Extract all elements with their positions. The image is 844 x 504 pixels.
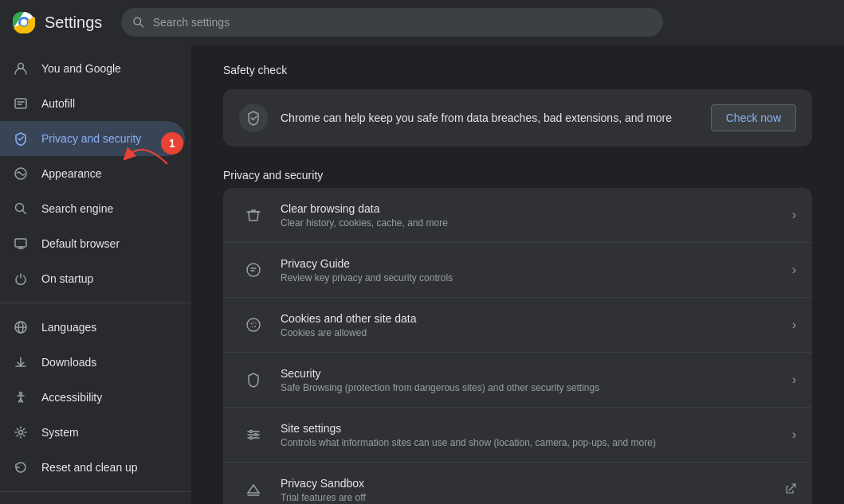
settings-list: Clear browsing data Clear history, cooki… — [223, 188, 812, 504]
svg-point-24 — [250, 437, 253, 440]
svg-rect-9 — [15, 239, 26, 247]
sidebar-item-accessibility[interactable]: Accessibility — [0, 380, 185, 415]
privacy-sandbox-text: Privacy Sandbox Trial features are off — [281, 477, 772, 503]
search-engine-icon — [13, 201, 29, 217]
svg-point-23 — [255, 434, 257, 436]
security-shield-icon — [239, 365, 268, 394]
search-bar[interactable] — [121, 8, 663, 37]
site-settings-subtitle: Controls what information sites can use … — [281, 437, 779, 448]
clear-browsing-data-text: Clear browsing data Clear history, cooki… — [281, 202, 779, 229]
chrome-logo-icon — [13, 11, 35, 33]
cookies-title: Cookies and other site data — [281, 312, 779, 325]
settings-item-site-settings[interactable]: Site settings Controls what information … — [223, 408, 812, 463]
sidebar-item-appearance[interactable]: Appearance — [0, 156, 185, 191]
privacy-guide-subtitle: Review key privacy and security controls — [281, 272, 779, 283]
sidebar-item-privacy-and-security[interactable]: Privacy and security — [0, 121, 185, 156]
settings-item-privacy-guide[interactable]: Privacy Guide Review key privacy and sec… — [223, 243, 812, 298]
chevron-right-icon-4: › — [792, 373, 796, 387]
privacy-section-title: Privacy and security — [223, 169, 812, 182]
svg-point-19 — [253, 322, 254, 323]
sidebar-label-default-browser: Default browser — [41, 237, 172, 250]
accessibility-icon — [13, 389, 29, 405]
sidebar-item-extensions[interactable]: Extensions — [0, 498, 185, 504]
sidebar-item-default-browser[interactable]: Default browser — [0, 226, 185, 261]
settings-item-privacy-sandbox[interactable]: Privacy Sandbox Trial features are off — [223, 463, 812, 504]
svg-point-12 — [20, 393, 22, 395]
sidebar-label-search-engine: Search engine — [41, 202, 172, 215]
svg-point-17 — [251, 323, 253, 325]
cookie-icon — [239, 311, 268, 339]
sidebar-item-downloads[interactable]: Downloads — [0, 345, 185, 380]
site-settings-text: Site settings Controls what information … — [281, 422, 779, 448]
sidebar-label-privacy-security: Privacy and security — [41, 132, 172, 145]
check-now-button[interactable]: Check now — [711, 104, 796, 131]
privacy-sandbox-title: Privacy Sandbox — [281, 477, 772, 490]
power-icon — [13, 271, 29, 287]
sidebar-divider — [0, 303, 191, 303]
sidebar: 1 You and Google Autofill — [0, 45, 191, 504]
svg-point-13 — [19, 431, 23, 435]
settings-item-security[interactable]: Security Safe Browsing (protection from … — [223, 353, 812, 408]
person-icon — [13, 61, 29, 76]
sandbox-icon — [239, 475, 268, 504]
trash-icon — [239, 201, 268, 229]
autofill-icon — [13, 96, 29, 111]
sidebar-divider-2 — [0, 491, 191, 492]
svg-point-3 — [21, 19, 27, 25]
chevron-right-icon-2: › — [792, 263, 796, 277]
svg-point-16 — [247, 318, 260, 331]
sidebar-item-system[interactable]: System — [0, 415, 185, 450]
sidebar-label-autofill: Autofill — [41, 97, 172, 110]
sidebar-item-languages[interactable]: Languages — [0, 310, 185, 345]
privacy-guide-text: Privacy Guide Review key privacy and sec… — [281, 257, 779, 283]
privacy-guide-icon — [239, 256, 268, 284]
search-input[interactable] — [153, 16, 653, 29]
site-settings-title: Site settings — [281, 422, 779, 435]
privacy-sandbox-subtitle: Trial features are off — [281, 492, 772, 503]
security-subtitle: Safe Browsing (protection from dangerous… — [281, 382, 779, 393]
svg-point-21 — [255, 322, 257, 324]
shield-icon — [13, 131, 29, 147]
security-text: Security Safe Browsing (protection from … — [281, 367, 779, 393]
system-icon — [13, 424, 29, 440]
sidebar-label-languages: Languages — [41, 321, 172, 334]
content-area: Safety check Chrome can help keep you sa… — [191, 45, 844, 504]
sidebar-item-on-startup[interactable]: On startup — [0, 261, 185, 296]
sidebar-label-accessibility: Accessibility — [41, 391, 172, 404]
sidebar-label-appearance: Appearance — [41, 167, 172, 180]
chevron-right-icon-3: › — [792, 318, 796, 332]
safety-check-text: Chrome can help keep you safe from data … — [281, 111, 698, 124]
svg-point-14 — [247, 264, 260, 276]
sidebar-item-search-engine[interactable]: Search engine — [0, 191, 185, 226]
safety-shield-icon — [239, 104, 268, 132]
chevron-right-icon: › — [792, 208, 796, 222]
sidebar-label-reset: Reset and clean up — [41, 461, 172, 474]
appearance-icon — [13, 166, 29, 182]
sidebar-label-system: System — [41, 426, 172, 439]
search-icon — [132, 16, 144, 29]
sidebar-label-on-startup: On startup — [41, 272, 172, 285]
cookies-text: Cookies and other site data Cookies are … — [281, 312, 779, 338]
sidebar-item-autofill[interactable]: Autofill — [0, 86, 185, 121]
svg-rect-6 — [15, 99, 26, 108]
main-layout: 1 You and Google Autofill — [0, 45, 844, 504]
header: Settings — [0, 0, 844, 45]
download-icon — [13, 354, 29, 370]
settings-item-cookies[interactable]: Cookies and other site data Cookies are … — [223, 298, 812, 353]
external-link-icon-2 — [785, 483, 796, 497]
sidebar-label-you-and-google: You and Google — [41, 62, 172, 75]
sidebar-item-you-and-google[interactable]: You and Google — [0, 51, 185, 86]
privacy-guide-title: Privacy Guide — [281, 257, 779, 270]
sidebar-item-reset-and-clean-up[interactable]: Reset and clean up — [0, 450, 185, 485]
clear-browsing-data-title: Clear browsing data — [281, 202, 779, 215]
app-title: Settings — [45, 14, 102, 32]
safety-check-section-title: Safety check — [223, 64, 812, 76]
svg-point-18 — [254, 326, 256, 327]
cookies-subtitle: Cookies are allowed — [281, 327, 779, 338]
svg-point-22 — [250, 431, 253, 433]
chevron-right-icon-5: › — [792, 428, 796, 442]
sliders-icon — [239, 420, 268, 449]
sidebar-label-downloads: Downloads — [41, 356, 172, 369]
settings-item-clear-browsing-data[interactable]: Clear browsing data Clear history, cooki… — [223, 188, 812, 243]
safety-check-card: Chrome can help keep you safe from data … — [223, 89, 812, 147]
